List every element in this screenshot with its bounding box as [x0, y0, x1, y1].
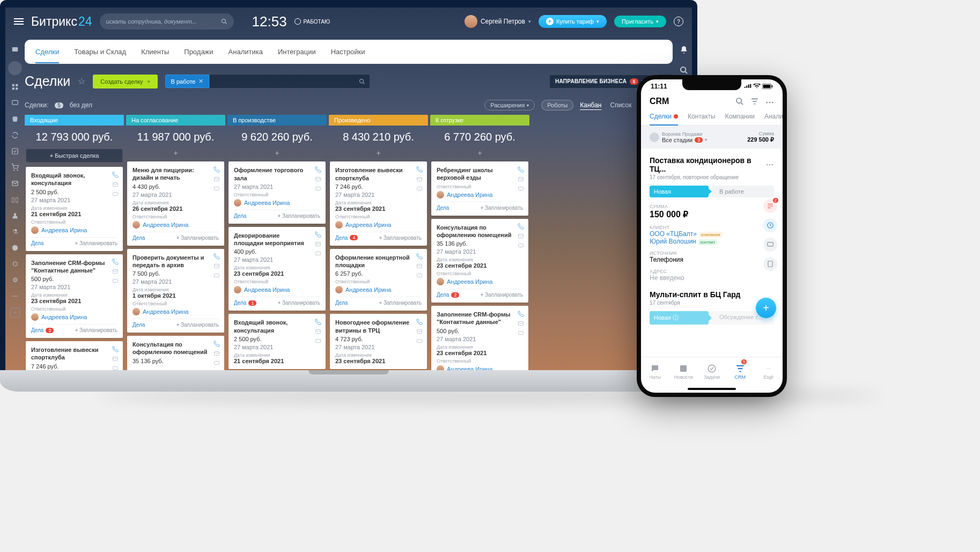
phone-tab-companies[interactable]: Компании	[725, 113, 755, 125]
column-header[interactable]: Входящие	[25, 115, 124, 126]
mail-icon[interactable]	[416, 263, 423, 270]
column-add-button[interactable]: +	[126, 149, 225, 161]
column-header[interactable]: В производстве	[227, 115, 327, 126]
card-plan-link[interactable]: + Запланировать	[480, 292, 523, 298]
card-responsible-user[interactable]: Андреева Ирина	[234, 286, 320, 293]
deal-card[interactable]: Ребрендинг школы верховой ездыОтветствен…	[431, 161, 528, 216]
card-title[interactable]: Изготовление вывески спортклуба	[31, 346, 117, 362]
phone-icon[interactable]	[416, 318, 423, 325]
side-sync-icon[interactable]	[11, 131, 19, 139]
search-input[interactable]	[106, 18, 221, 25]
card-deals-link[interactable]: Дела	[335, 300, 348, 306]
chat-icon[interactable]	[112, 365, 119, 370]
card-responsible-user[interactable]: Андреева Ирина	[335, 221, 422, 229]
chat-icon[interactable]	[112, 190, 119, 197]
card-plan-link[interactable]: + Запланировать	[176, 322, 219, 328]
hamburger-menu[interactable]	[14, 18, 24, 25]
deal-card[interactable]: Входящий звонок, консультация2 500 руб.2…	[229, 314, 326, 369]
mail-icon[interactable]	[314, 175, 321, 182]
mail-icon[interactable]	[416, 175, 423, 182]
mail-icon[interactable]	[416, 328, 423, 335]
card-plan-link[interactable]: + Запланировать	[75, 240, 117, 246]
deal-card[interactable]: Консультация по оформлению помещений35 1…	[431, 219, 528, 303]
chat-icon[interactable]	[416, 337, 423, 344]
card-responsible-user[interactable]: Андреева Ирина	[132, 308, 219, 315]
deal-card[interactable]: Консультация по оформлению помещений35 1…	[127, 336, 224, 370]
phone-icon[interactable]	[314, 318, 321, 325]
phone-icon[interactable]	[314, 166, 321, 173]
chat-icon[interactable]	[314, 251, 321, 257]
mail-icon[interactable]	[112, 181, 119, 188]
tab-clients[interactable]: Клиенты	[141, 48, 169, 56]
card-deals-link[interactable]: Дела	[437, 205, 449, 211]
phone-icon[interactable]	[314, 231, 321, 238]
side-mail-icon[interactable]	[11, 179, 19, 188]
deal-card[interactable]: Заполнение CRM-формы "Контактные данные"…	[26, 254, 123, 338]
card-plan-link[interactable]: + Запланировать	[277, 300, 320, 306]
card-responsible-user[interactable]: Андреева Ирина	[335, 286, 422, 293]
chat-icon[interactable]	[517, 242, 524, 249]
phone-tab-deals[interactable]: Сделки	[650, 113, 678, 126]
card-title[interactable]: Заполнение CRM-формы "Контактные данные"	[437, 311, 523, 326]
view-list[interactable]: Список	[610, 101, 631, 109]
phone-icon[interactable]	[112, 345, 119, 352]
view-kanban[interactable]: Канбан	[580, 101, 601, 109]
phone-icon[interactable]	[416, 166, 423, 173]
deal-card[interactable]: Меню для пиццерии: дизайн и печать4 430 …	[127, 161, 224, 246]
help-button[interactable]: ?	[674, 17, 683, 26]
side-people-icon[interactable]	[11, 211, 19, 220]
filter-pill-in-work[interactable]: В работе✕	[165, 75, 210, 88]
card-plan-link[interactable]: + Запланировать	[379, 300, 422, 306]
tab-integrations[interactable]: Интеграции	[278, 48, 316, 56]
create-deal-button[interactable]: Создать сделку▾	[93, 75, 157, 89]
filter-icon[interactable]	[750, 97, 759, 106]
deal-card[interactable]: Проверить документы и передать в архив7 …	[127, 249, 224, 333]
card-title[interactable]: Консультация по оформлению помещений	[132, 341, 219, 356]
phone-icon[interactable]	[517, 310, 524, 317]
deal-card[interactable]: Изготовление вывески спортклуба7 246 руб…	[330, 161, 427, 246]
chat-icon[interactable]	[112, 278, 119, 285]
tab-settings[interactable]: Настройки	[331, 48, 365, 56]
mail-icon[interactable]	[314, 328, 321, 335]
side-filter-icon[interactable]	[8, 61, 22, 75]
card-title[interactable]: Входящий звонок, консультация	[234, 319, 320, 334]
card-deals-link[interactable]: Дела	[31, 240, 43, 246]
column-header[interactable]: К отгрузке	[430, 115, 529, 126]
card-responsible-user[interactable]: Андреева Ирина	[437, 191, 523, 198]
more-icon[interactable]: ⋯	[765, 97, 774, 106]
phone-deal-title[interactable]: Поставка кондиционеров в ТЦ... ⋯	[650, 156, 774, 173]
search-icon[interactable]	[735, 97, 744, 106]
card-deals-link[interactable]: Дела 2	[31, 327, 54, 333]
side-pair-icon[interactable]: ▯▯	[11, 195, 19, 204]
extensions-button[interactable]: Расширения▾	[484, 100, 535, 111]
card-responsible-user[interactable]: Андреева Ирина	[437, 365, 523, 370]
chat-icon[interactable]	[213, 185, 220, 192]
side-clock-icon[interactable]	[11, 244, 19, 252]
side-dots-icon[interactable]: ⋯	[11, 292, 19, 300]
invite-button[interactable]: Пригласить ▾	[614, 16, 666, 27]
side-window-icon[interactable]	[11, 45, 19, 54]
phone-nav-tasks[interactable]: Задачи	[698, 357, 726, 386]
card-title[interactable]: Оформление концертной площадки	[335, 254, 422, 269]
quick-deal-button[interactable]: + Быстрая сделка	[26, 149, 123, 163]
phone-rail-chat[interactable]	[763, 238, 777, 252]
deal-card[interactable]: Входящий звонок, консультация2 500 руб.2…	[26, 167, 123, 251]
card-responsible-user[interactable]: Андреева Ирина	[31, 226, 117, 234]
mail-icon[interactable]	[213, 263, 220, 270]
phone-icon[interactable]	[112, 171, 119, 178]
card-plan-link[interactable]: + Запланировать	[75, 327, 117, 333]
phone-nav-crm[interactable]: CRM5	[726, 357, 754, 386]
card-responsible-user[interactable]: Андреева Ирина	[31, 313, 117, 321]
deal-card[interactable]: Оформление торгового зала27 марта 2021От…	[229, 161, 326, 224]
global-search[interactable]	[100, 13, 234, 30]
side-add-button[interactable]: +	[10, 308, 20, 318]
column-header[interactable]: Произведено	[329, 115, 428, 126]
phone-client-contact[interactable]: Юрий Волошин	[650, 238, 696, 245]
card-title[interactable]: Заполнение CRM-формы "Контактные данные"	[31, 259, 117, 275]
robots-button[interactable]: Роботы	[541, 100, 573, 111]
mail-icon[interactable]	[112, 355, 119, 362]
phone-fab-add[interactable]: +	[756, 298, 776, 318]
card-deals-link[interactable]: Дела 4	[335, 235, 358, 241]
deal-card[interactable]: Изготовление вывески спортклуба7 246 руб…	[26, 341, 123, 370]
chat-icon[interactable]	[416, 273, 423, 279]
